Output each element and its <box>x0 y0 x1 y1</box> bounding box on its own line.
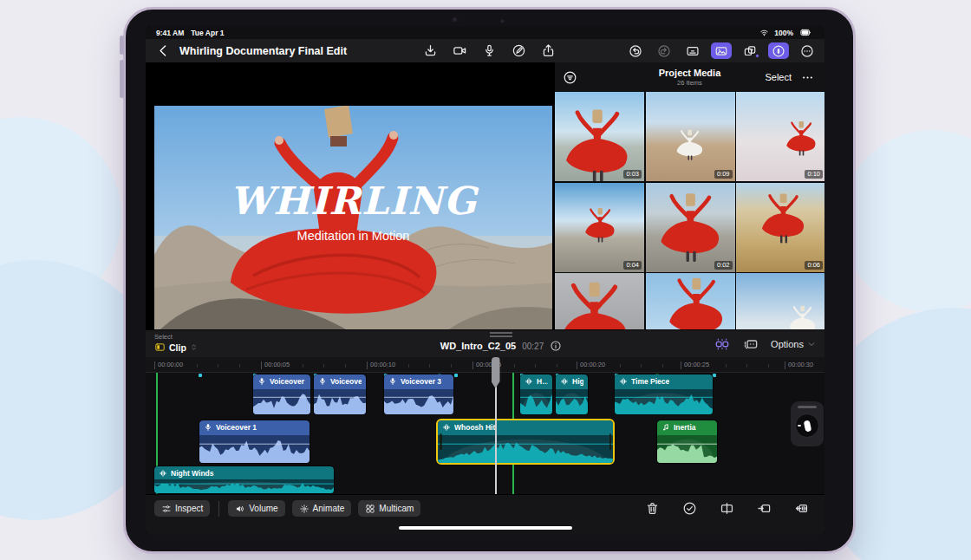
insert-clip-icon[interactable] <box>757 501 772 516</box>
front-camera <box>451 16 459 23</box>
chevron-down-icon <box>807 340 816 348</box>
effects-badge <box>755 54 759 58</box>
timeline-ruler[interactable]: 00:00:0000:00:0500:00:1000:00:1500:00:20… <box>146 357 824 373</box>
project-title: Whirling Documentary Final Edit <box>179 45 347 57</box>
ruler-minor-tick <box>726 364 727 368</box>
timeline-clip[interactable]: Time Piece <box>615 374 713 414</box>
timeline-clip[interactable]: High… <box>556 374 588 414</box>
ruler-minor-tick <box>281 364 282 368</box>
volume-button[interactable]: Volume <box>228 500 284 517</box>
camera-icon[interactable] <box>453 43 467 58</box>
titles-icon[interactable] <box>682 42 703 59</box>
ruler-minor-tick <box>620 364 621 368</box>
filter-button[interactable] <box>563 70 577 85</box>
more-circle-icon[interactable] <box>797 42 818 59</box>
back-button[interactable] <box>156 43 171 58</box>
playhead[interactable] <box>495 357 497 494</box>
app-screen: 9:41 AM Tue Apr 1 100% Whirling Document… <box>146 26 824 535</box>
clip-name: Whoosh Hit <box>454 423 495 432</box>
jog-wheel[interactable] <box>791 401 824 446</box>
clip-name: Time Piece <box>631 377 669 386</box>
clip-tool-icon <box>154 342 166 353</box>
select-button[interactable]: Select <box>765 72 792 82</box>
jog-wheel-icon[interactable] <box>768 42 789 59</box>
video-overlay-subtitle: Meditation in Motion <box>154 229 552 243</box>
trim-handle-right[interactable] <box>609 433 612 451</box>
timeline-drag-handle[interactable] <box>490 332 512 337</box>
mic-icon[interactable] <box>482 43 497 58</box>
media-thumbnail[interactable]: 0:06 <box>736 183 824 272</box>
timeline-clip[interactable]: Whoosh Hit <box>438 420 613 463</box>
trash-icon[interactable] <box>645 501 660 516</box>
import-icon[interactable] <box>423 43 438 58</box>
tool-name: Clip <box>169 342 186 353</box>
volume-button <box>120 36 124 55</box>
ruler-minor-tick <box>598 364 599 368</box>
clip-connect-marker <box>454 374 458 377</box>
clip-duration-badge: 0:02 <box>714 261 733 270</box>
clip-name: Inertia <box>674 423 696 432</box>
ruler-label: 00:00:20 <box>580 361 605 368</box>
media-thumbnail[interactable] <box>736 273 824 329</box>
media-thumbnail[interactable] <box>646 273 735 329</box>
ruler-minor-tick <box>768 364 769 368</box>
share-icon[interactable] <box>541 43 556 58</box>
jog-drag-handle[interactable] <box>798 406 817 408</box>
audio-wave-icon <box>560 377 569 386</box>
inspect-button[interactable]: Inspect <box>154 500 210 517</box>
media-thumbnail[interactable]: 0:03 <box>555 92 644 181</box>
ruler-major-tick <box>367 361 368 369</box>
ruler-minor-tick <box>535 364 536 368</box>
dervish-figure <box>672 127 707 163</box>
options-label: Options <box>771 339 804 349</box>
updown-chevrons-icon <box>190 342 198 352</box>
media-thumbnail[interactable]: 0:04 <box>555 183 644 272</box>
media-more-button[interactable] <box>801 71 814 84</box>
extract-audio-icon[interactable] <box>794 501 809 516</box>
media-thumbnail[interactable] <box>555 273 644 329</box>
split-clip-icon[interactable] <box>720 501 734 516</box>
media-thumbnail[interactable]: 0:10 <box>736 92 824 181</box>
ruler-minor-tick <box>408 364 409 368</box>
timeline-clip[interactable]: Voiceover 3 <box>384 374 453 414</box>
ruler-minor-tick <box>197 364 198 368</box>
timeline-clip[interactable]: Inertia <box>657 420 717 463</box>
dervish-figure <box>754 190 812 248</box>
overwrite-clip-button[interactable] <box>742 336 759 352</box>
home-indicator[interactable] <box>399 526 572 530</box>
undo-icon[interactable] <box>625 42 646 59</box>
timeline-clip[interactable]: Voiceover 2 <box>253 374 310 414</box>
connect-clip-button[interactable] <box>714 336 731 352</box>
ruler-minor-tick <box>810 364 811 368</box>
media-thumbnail[interactable]: 0:09 <box>646 92 735 181</box>
video-frame[interactable]: WHIRLING Meditation in Motion <box>154 106 552 335</box>
multicam-button[interactable]: Multicam <box>358 500 420 517</box>
clip-info-button[interactable] <box>550 340 562 352</box>
timeline-clip[interactable]: Night Winds <box>154 466 334 493</box>
playhead-handle[interactable] <box>492 357 500 388</box>
media-browser-icon[interactable] <box>711 42 732 59</box>
timeline-clip[interactable]: H… <box>520 374 552 414</box>
mic-clip-icon <box>257 377 266 386</box>
jog-dial[interactable] <box>795 413 819 438</box>
battery-icon <box>798 27 814 38</box>
clip-connect-marker <box>713 374 716 377</box>
selected-clip-duration: 00:27 <box>522 342 544 351</box>
media-thumbnail[interactable]: 0:02 <box>646 183 735 272</box>
options-button[interactable]: Options <box>771 339 816 349</box>
tool-selector[interactable]: Clip <box>154 342 198 353</box>
trim-handle-left[interactable] <box>440 433 442 451</box>
checkmark-circle-icon[interactable] <box>682 501 697 516</box>
effects-icon[interactable] <box>740 42 760 59</box>
animate-button[interactable]: Animate <box>292 500 352 517</box>
ruler-minor-tick <box>387 364 388 368</box>
dervish-figure <box>660 273 733 329</box>
decorative-circle <box>841 130 971 312</box>
timeline[interactable]: 00:00:0000:00:0500:00:1000:00:1500:00:20… <box>146 357 824 494</box>
pencil-icon[interactable] <box>512 43 526 58</box>
animate-icon <box>299 504 310 514</box>
redo-icon[interactable] <box>654 42 674 59</box>
timeline-clip[interactable]: Voiceover 2 <box>314 374 366 414</box>
timeline-clip[interactable]: Voiceover 1 <box>199 420 310 463</box>
clip-name: Voiceover 2 <box>330 377 362 386</box>
